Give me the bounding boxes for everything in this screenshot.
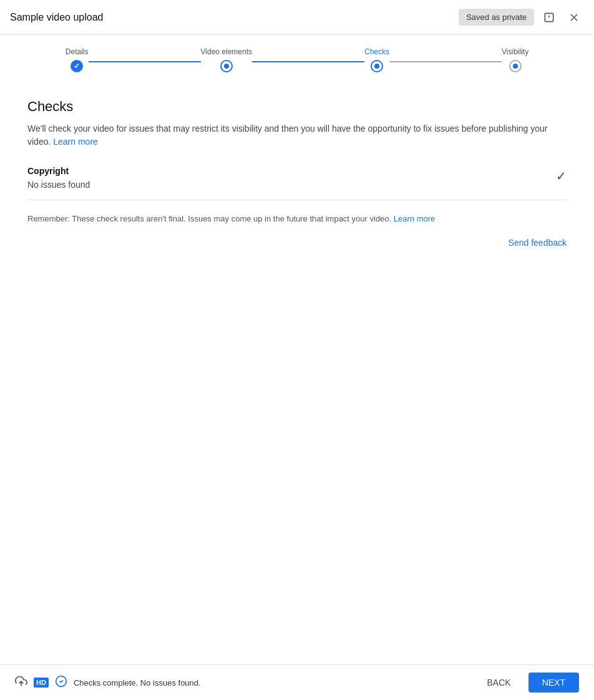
footer-right: BACK NEXT (477, 673, 579, 693)
alert-icon (543, 11, 555, 24)
step-visibility: Visibility (502, 47, 528, 72)
circle-check-icon (55, 675, 67, 691)
checks-title: Checks (27, 99, 567, 115)
step-checks-circle (371, 60, 383, 72)
step-details-circle: ✓ (71, 60, 83, 72)
step-details-label: Details (66, 47, 89, 56)
copyright-title: Copyright (27, 166, 90, 176)
checkmark-icon: ✓ (74, 62, 80, 70)
stepper: Details ✓ Video elements Checks Visibili… (0, 35, 594, 79)
inner-dot (224, 64, 229, 69)
close-button[interactable] (564, 7, 584, 27)
alert-button[interactable] (539, 7, 559, 27)
section-divider (27, 200, 567, 200)
connector-3 (389, 61, 502, 62)
step-checks: Checks (364, 47, 389, 72)
connector-1 (89, 61, 201, 62)
next-button[interactable]: NEXT (528, 673, 579, 693)
hd-badge: HD (34, 678, 49, 688)
send-feedback-area: Send feedback (27, 235, 567, 250)
copyright-check-icon: ✓ (556, 168, 567, 183)
reminder-text-content: Remember: These check results aren't fin… (27, 214, 391, 223)
reminder-learn-more-link[interactable]: Learn more (394, 214, 435, 223)
main-content: Checks We'll check your video for issues… (0, 79, 594, 664)
dialog-footer: HD Checks complete. No issues found. BAC… (0, 664, 594, 700)
header-actions: Saved as private (459, 7, 584, 27)
back-button[interactable]: BACK (477, 673, 521, 693)
checks-desc-text: We'll check your video for issues that m… (27, 124, 547, 147)
footer-left: HD Checks complete. No issues found. (15, 675, 201, 691)
step-visibility-label: Visibility (502, 47, 528, 56)
inner-dot-checks (374, 64, 379, 69)
upload-icon (15, 675, 27, 691)
step-details: Details ✓ (66, 47, 89, 72)
step-video-elements: Video elements (201, 47, 253, 72)
dialog-title: Sample video upload (10, 12, 103, 23)
dialog-header: Sample video upload Saved as private (0, 0, 594, 35)
step-video-elements-circle (220, 60, 233, 72)
copyright-section: Copyright No issues found ✓ (27, 166, 567, 190)
checks-description: We'll check your video for issues that m… (27, 122, 567, 148)
close-icon (568, 11, 580, 24)
step-video-elements-label: Video elements (201, 47, 253, 56)
footer-status-text: Checks complete. No issues found. (74, 678, 201, 688)
saved-badge: Saved as private (459, 9, 534, 26)
copyright-status: No issues found (27, 180, 90, 190)
send-feedback-button[interactable]: Send feedback (509, 235, 567, 250)
reminder-text: Remember: These check results aren't fin… (27, 213, 567, 225)
step-checks-label: Checks (364, 47, 389, 56)
inner-dot-visibility (513, 64, 518, 69)
learn-more-link[interactable]: Learn more (53, 137, 98, 147)
connector-2 (252, 61, 364, 62)
step-visibility-circle (509, 60, 522, 72)
copyright-info: Copyright No issues found (27, 166, 90, 190)
